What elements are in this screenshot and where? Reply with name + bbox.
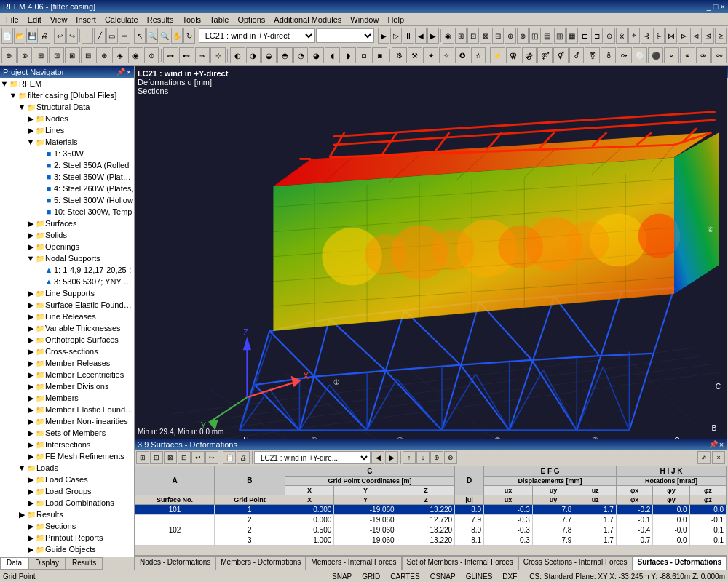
- tb-icon5[interactable]: ⊟: [492, 28, 504, 44]
- tb2-1[interactable]: ⊕: [1, 47, 17, 63]
- expand-sets-of-members[interactable]: ▶: [26, 428, 35, 437]
- tb2-35[interactable]: ⚥: [553, 47, 569, 63]
- col-phix[interactable]: φx: [616, 486, 652, 495]
- col-h-z[interactable]: Z: [397, 495, 454, 505]
- col-h-phix[interactable]: φx: [616, 495, 652, 505]
- expand-member-eccentricities[interactable]: ▶: [26, 370, 35, 379]
- tb2-40[interactable]: ⚪: [633, 47, 648, 63]
- expand-structural-data[interactable]: ▼: [17, 103, 26, 111]
- expand-loads[interactable]: ▼: [17, 463, 26, 472]
- tree-item-mat3[interactable]: ■ 3: Steel 350W (Plates): [0, 171, 134, 183]
- tb2-31[interactable]: ⚡: [490, 47, 505, 63]
- tb2-34[interactable]: ⚤: [537, 47, 553, 63]
- table-row[interactable]: 2 0.000 -19.060 12.720 7.9 -0.3 7.7 1.7 …: [135, 515, 727, 525]
- tb-icon15[interactable]: ※: [616, 28, 628, 44]
- tb-icon13[interactable]: ⊐: [591, 28, 603, 44]
- expand-solids[interactable]: ▶: [26, 231, 35, 239]
- tb2-43[interactable]: ⚭: [680, 47, 695, 63]
- bottom-tab-cross-sections---internal-forces[interactable]: Cross Sections - Internal Forces: [518, 556, 633, 570]
- tb2-39[interactable]: ⚩: [617, 47, 632, 63]
- menu-file[interactable]: File: [1, 13, 23, 26]
- menu-options[interactable]: Options: [233, 13, 269, 26]
- viewport[interactable]: LC21 : wind in +Y-direct Deformations u …: [135, 66, 727, 439]
- tree-item-materials[interactable]: ▼ 📁 Materials: [0, 136, 134, 148]
- expand-load-combinations[interactable]: ▶: [26, 498, 35, 507]
- tb2-41[interactable]: ⚫: [648, 47, 663, 63]
- tb2-36[interactable]: ⚦: [569, 47, 585, 63]
- tb2-28[interactable]: ✧: [439, 47, 454, 63]
- tb-icon17[interactable]: ⊰: [641, 28, 652, 44]
- expand-cross-sections[interactable]: ▶: [26, 347, 35, 356]
- menu-calculate[interactable]: Calculate: [100, 13, 143, 26]
- tb-icon9[interactable]: ▤: [542, 28, 553, 44]
- col-h-ux[interactable]: ux: [484, 495, 533, 505]
- col-x[interactable]: X: [285, 486, 334, 495]
- tb2-5[interactable]: ⊠: [65, 47, 80, 63]
- tb2-14[interactable]: ⊹: [210, 47, 226, 63]
- tb-next[interactable]: ▶: [427, 28, 439, 44]
- results-tb-6[interactable]: ↪: [205, 451, 218, 464]
- tb2-12[interactable]: ⊷: [179, 47, 194, 63]
- col-sub-rot[interactable]: Rotations [mrad]: [616, 477, 726, 486]
- tb2-33[interactable]: ⚣: [522, 47, 537, 63]
- menu-view[interactable]: View: [46, 13, 72, 26]
- tree-item-loads[interactable]: ▼ 📁 Loads: [0, 462, 134, 474]
- tree-item-filter-casing[interactable]: ▼ 📁 filter casing [Dlubal Files]: [0, 89, 134, 101]
- table-row[interactable]: 3 1.000 -19.060 13.220 8.1 -0.3 7.9 1.7 …: [135, 535, 727, 546]
- tree-item-load-groups[interactable]: ▶ 📁 Load Groups: [0, 485, 134, 497]
- grid-btn[interactable]: GRID: [358, 571, 384, 583]
- tree-item-printout-reports[interactable]: ▶ 📁 Printout Reports: [0, 532, 134, 543]
- tree-item-sections[interactable]: ▶ 📁 Sections: [0, 520, 134, 532]
- expand-results[interactable]: ▶: [17, 510, 26, 519]
- col-uy[interactable]: uy: [532, 486, 574, 495]
- menu-results[interactable]: Results: [143, 13, 178, 26]
- tree-item-ortho-surfaces[interactable]: ▶ 📁 Orthotropic Surfaces: [0, 334, 134, 346]
- expand-rfem[interactable]: ▼: [0, 79, 9, 88]
- results-tb-7[interactable]: 📋: [223, 451, 236, 464]
- tree-item-guide-objects[interactable]: ▶ 📁 Guide Objects: [0, 543, 134, 555]
- tb-icon23[interactable]: ⊵: [715, 28, 727, 44]
- tb2-15[interactable]: ◐: [230, 47, 245, 63]
- tb2-17[interactable]: ◒: [261, 47, 277, 63]
- maximize-btn[interactable]: □: [713, 2, 719, 11]
- tb-member[interactable]: ━: [119, 28, 130, 44]
- col-header-group-c[interactable]: C: [285, 466, 454, 477]
- dxf-btn[interactable]: DXF: [499, 571, 521, 583]
- tree-item-member-nonlinearities[interactable]: ▶ 📁 Member Non-linearities: [0, 415, 134, 427]
- tb2-9[interactable]: ◉: [128, 47, 143, 63]
- bottom-tab-members---deformations[interactable]: Members - Deformations: [215, 556, 306, 570]
- expand-intersections[interactable]: ▶: [26, 440, 35, 449]
- results-tb-2[interactable]: ⊡: [150, 451, 163, 464]
- glines-btn[interactable]: GLINES: [462, 571, 496, 583]
- tree-item-variable-thicknesses[interactable]: ▶ 📁 Variable Thicknesses: [0, 322, 134, 334]
- col-header-b[interactable]: B: [215, 466, 285, 495]
- col-h-phiz[interactable]: φz: [689, 495, 727, 505]
- tb2-45[interactable]: ⚯: [711, 47, 727, 63]
- tree-item-ns1[interactable]: ▲ 1: 1-4,9-12,17-20,25-:: [0, 264, 134, 276]
- tree-item-member-divisions[interactable]: ▶ 📁 Member Divisions: [0, 380, 134, 392]
- results-close-btn[interactable]: ×: [712, 451, 725, 464]
- col-h-uz[interactable]: uz: [574, 495, 617, 505]
- expand-member-elastic[interactable]: ▶: [26, 405, 35, 414]
- tb-icon12[interactable]: ⊏: [579, 28, 590, 44]
- tb2-38[interactable]: ⚨: [601, 47, 616, 63]
- minimize-btn[interactable]: _: [707, 2, 711, 11]
- expand-printout-reports[interactable]: ▶: [26, 533, 35, 542]
- results-tb-8[interactable]: 🖨: [237, 451, 250, 464]
- tb2-11[interactable]: ⊶: [163, 47, 178, 63]
- tb2-22[interactable]: ◗: [341, 47, 356, 63]
- expand-member-releases[interactable]: ▶: [26, 359, 35, 367]
- nav-tab-results[interactable]: Results: [66, 557, 103, 570]
- results-tb-5[interactable]: ↩: [191, 451, 205, 464]
- tree-item-member-releases[interactable]: ▶ 📁 Member Releases: [0, 357, 134, 369]
- tb-icon16[interactable]: ⌖: [628, 28, 640, 44]
- tb-node[interactable]: ·: [82, 28, 93, 44]
- expand-member-divisions[interactable]: ▶: [26, 382, 35, 391]
- tb-icon3[interactable]: ⊡: [467, 28, 479, 44]
- tb-open[interactable]: 📂: [14, 28, 25, 44]
- results-tb-1[interactable]: ⊞: [136, 451, 149, 464]
- expand-materials[interactable]: ▼: [26, 137, 35, 146]
- tree-item-nodes[interactable]: ▶ 📁 Nodes: [0, 113, 134, 124]
- tree-item-line-releases[interactable]: ▶ 📁 Line Releases: [0, 311, 134, 322]
- col-phiy[interactable]: φy: [653, 486, 689, 495]
